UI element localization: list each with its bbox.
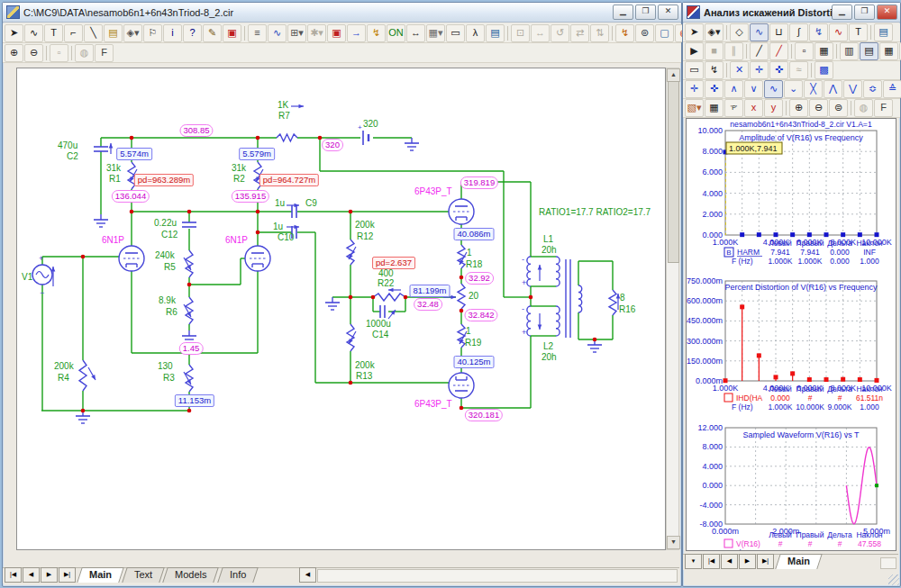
page-first-button[interactable]: |◀	[5, 567, 22, 583]
analysis-tab-main[interactable]: Main	[775, 554, 823, 569]
cursor-both-icon[interactable]: ✜	[769, 61, 788, 79]
font-icon[interactable]: F	[874, 99, 893, 117]
curve-mode-icon[interactable]: ∿	[268, 24, 287, 42]
grid-both-icon[interactable]: ▦	[879, 42, 898, 60]
text-mode-icon[interactable]: ≡	[248, 24, 267, 42]
component-icon[interactable]: ∿	[24, 24, 43, 42]
stripes-vertical-icon[interactable]: ▥	[840, 42, 859, 60]
powers-icon[interactable]: ↯	[367, 24, 386, 42]
global-minmax-icon[interactable]: ≙	[883, 80, 901, 98]
tab-info[interactable]: Info	[217, 567, 259, 583]
tab-text[interactable]: Text	[122, 567, 165, 583]
pin-leads-icon[interactable]: ↔	[406, 24, 425, 42]
y-dimension-icon[interactable]: y	[764, 99, 783, 117]
title-block-icon[interactable]: λ	[466, 24, 485, 42]
point-tag-icon[interactable]: ✎	[203, 24, 222, 42]
zoom-out-icon[interactable]: ⊖	[24, 44, 43, 62]
inflection-icon[interactable]: ∿	[764, 80, 783, 98]
vertical-scale-icon[interactable]: ∫	[789, 23, 808, 41]
tab-models[interactable]: Models	[162, 567, 219, 583]
cursor-values-icon[interactable]: 'P'	[724, 99, 743, 117]
token-grid-icon[interactable]: ▦	[815, 42, 833, 60]
page-prev-button[interactable]: ◀	[23, 567, 40, 583]
find-icon[interactable]: ⊚	[635, 24, 654, 42]
plot-next-button[interactable]: ▶	[739, 554, 756, 569]
go-left-icon[interactable]: ✛	[685, 80, 704, 98]
find-part-icon[interactable]: ◈▾	[705, 23, 724, 41]
analysis-close-button[interactable]: ✕	[877, 5, 897, 20]
cursor-mode-icon[interactable]: ∿	[750, 23, 769, 41]
x-dimension-icon[interactable]: x	[744, 99, 763, 117]
border-icon[interactable]: ▭	[446, 24, 465, 42]
grid-icon[interactable]: ▦▾	[426, 24, 445, 42]
peak-icon[interactable]: ∧	[724, 80, 743, 98]
select-icon[interactable]: ➤	[685, 23, 704, 41]
diagonal-wire-icon[interactable]: ╲	[84, 24, 103, 42]
scope-settings-icon[interactable]: ▩	[815, 61, 833, 79]
plot-prev-button[interactable]: ◀	[721, 554, 738, 569]
tangent-icon[interactable]: ↯	[809, 23, 828, 41]
zoom-in-icon[interactable]: ⊕	[5, 44, 23, 62]
envelope-icon[interactable]: ≎	[863, 80, 882, 98]
node-numbers-icon[interactable]: ⊞▾	[287, 24, 306, 42]
properties-icon[interactable]: ▤	[874, 23, 893, 41]
plot-last-button[interactable]: ▶|	[757, 554, 774, 569]
text-icon[interactable]: T	[44, 24, 63, 42]
step-icon[interactable]: ↯	[615, 24, 634, 42]
high-icon[interactable]: ⋀	[824, 80, 842, 98]
stripes-horizontal-icon[interactable]: ▤	[860, 42, 878, 60]
schematic-hscrollbar[interactable]	[317, 569, 678, 583]
pan-icon[interactable]: ◇	[730, 23, 749, 41]
maximize-button[interactable]: ❐	[635, 5, 656, 20]
analysis-titlebar[interactable]: Анализ искажений Distortion... ▁ ❐ ✕	[683, 3, 900, 23]
single-axis-icon[interactable]: ▭	[685, 61, 704, 79]
zoom-in-icon[interactable]: ⊕	[789, 99, 808, 117]
schematic-canvas[interactable]: ++−-+-+ 470uC231kR131kR21KR73200.22uC122…	[16, 68, 666, 550]
node-voltages-icon[interactable]: ▣	[327, 24, 346, 42]
analysis-hscrollbar[interactable]	[880, 557, 896, 569]
close-button[interactable]: ✕	[658, 5, 678, 20]
vscroll-thumb[interactable]	[668, 81, 679, 263]
go-right-icon[interactable]: ✜	[705, 80, 724, 98]
plot-drop-button[interactable]: ▾	[685, 554, 702, 569]
plot-panel[interactable]: nesamob6n1+6n43nTriod-8_2.cir V1.A=110.0…	[686, 118, 896, 551]
slope-point-icon[interactable]: ╱	[769, 42, 788, 60]
tangent-cursor-icon[interactable]: ↯	[705, 61, 724, 79]
scroll-down-button[interactable]: ▼	[667, 536, 680, 549]
conditions-icon[interactable]: ON	[387, 24, 405, 42]
find-part-icon[interactable]: ◈▾	[123, 24, 142, 42]
zoom-out-icon[interactable]: ⊖	[809, 99, 828, 117]
zoom-auto-icon[interactable]: ⊜	[829, 99, 848, 117]
hscroll-left-button[interactable]: ◀	[299, 567, 316, 583]
numeric-output-icon[interactable]: ▦	[705, 99, 724, 117]
horizontal-scale-icon[interactable]: ⊔	[769, 23, 788, 41]
wire-icon[interactable]: ⌐	[64, 24, 83, 42]
slope-line-icon[interactable]: ╱	[750, 42, 769, 60]
scroll-up-button[interactable]: ▲	[667, 68, 680, 82]
cursor-b-icon[interactable]: ✛	[750, 61, 769, 79]
analysis-minimize-button[interactable]: ▁	[832, 5, 852, 20]
plot-first-button[interactable]: |◀	[703, 554, 720, 569]
currents-icon[interactable]: →	[347, 24, 366, 42]
valley-icon[interactable]: ∨	[744, 80, 763, 98]
text-icon[interactable]: T	[849, 23, 868, 41]
performance-tag-icon[interactable]: ∿	[829, 23, 848, 41]
cross-icon[interactable]: ╳	[804, 80, 823, 98]
probe-icon[interactable]: ▢	[655, 24, 674, 42]
graphics-icon[interactable]: ▤	[104, 24, 123, 42]
resize-grip[interactable]	[888, 574, 899, 585]
enable-region-icon[interactable]: ▣	[223, 24, 241, 42]
flat-icon[interactable]: ⌄	[784, 80, 803, 98]
tab-main[interactable]: Main	[77, 567, 124, 583]
colors-icon[interactable]: ▧▾	[685, 99, 704, 117]
flag-icon[interactable]: ⚐	[143, 24, 162, 42]
font-icon[interactable]: F	[95, 44, 114, 62]
minimize-button[interactable]: ▁	[613, 5, 633, 20]
schematic-vscrollbar[interactable]: ▲ ▼	[666, 68, 679, 550]
low-icon[interactable]: ⋁	[843, 80, 862, 98]
info-icon[interactable]: i	[163, 24, 182, 42]
analysis-maximize-button[interactable]: ❐	[854, 5, 875, 20]
help-icon[interactable]: ?	[183, 24, 202, 42]
select-icon[interactable]: ➤	[5, 24, 23, 42]
schematic-titlebar[interactable]: C:\MC9\DATA\nesamob6n1+6n43nTriod-8_2.ci…	[3, 3, 681, 23]
